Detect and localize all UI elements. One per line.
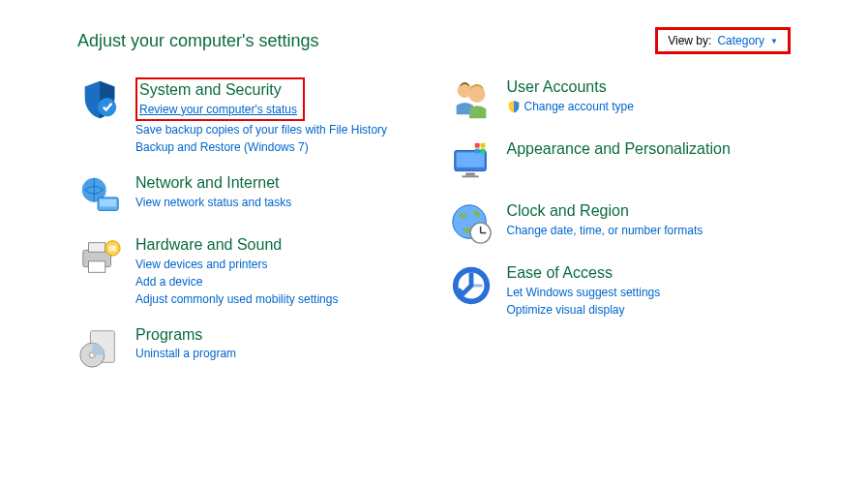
right-column: User Accounts Change account type: [449, 77, 792, 387]
page-title: Adjust your computer's settings: [77, 31, 319, 51]
category-title-hardware-sound[interactable]: Hardware and Sound: [135, 236, 282, 253]
category-ease-of-access: Ease of Access Let Windows suggest setti…: [449, 263, 792, 319]
printer-hardware-icon: [77, 235, 122, 280]
svg-rect-3: [100, 199, 116, 207]
category-clock-region: Clock and Region Change date, time, or n…: [449, 201, 792, 246]
category-title-user-accounts[interactable]: User Accounts: [507, 78, 607, 95]
ease-of-access-icon: [449, 263, 494, 308]
link-windows-suggest[interactable]: Let Windows suggest settings: [507, 284, 792, 301]
category-programs: Programs Uninstall a program: [77, 325, 420, 370]
link-mobility-settings[interactable]: Adjust commonly used mobility settings: [135, 290, 420, 308]
svg-rect-19: [480, 143, 485, 148]
view-by-label: View by:: [668, 34, 711, 47]
category-title-network-internet[interactable]: Network and Internet: [135, 174, 280, 191]
category-appearance-personalization: Appearance and Personalization: [449, 139, 792, 184]
svg-rect-20: [474, 149, 479, 154]
svg-rect-6: [89, 261, 105, 273]
svg-rect-5: [89, 242, 105, 252]
link-optimize-display[interactable]: Optimize visual display: [507, 301, 792, 319]
left-column: System and Security Review your computer…: [77, 77, 420, 387]
svg-rect-21: [480, 149, 485, 154]
globe-network-icon: [77, 173, 122, 218]
link-add-device[interactable]: Add a device: [135, 273, 420, 290]
people-icon: [449, 77, 494, 122]
svg-rect-16: [465, 173, 475, 176]
mini-shield-icon: [507, 100, 521, 113]
view-by-selector[interactable]: View by: Category ▼: [655, 27, 791, 54]
globe-clock-icon: [449, 201, 494, 246]
monitor-palette-icon: [449, 139, 494, 184]
disc-box-icon: [77, 325, 122, 370]
svg-rect-18: [474, 143, 479, 148]
link-review-status[interactable]: Review your computer's status: [139, 101, 297, 118]
category-hardware-sound: Hardware and Sound View devices and prin…: [77, 235, 420, 308]
link-backup-restore[interactable]: Backup and Restore (Windows 7): [135, 138, 420, 156]
shield-icon: [77, 77, 122, 122]
link-change-account-type[interactable]: Change account type: [524, 98, 634, 115]
svg-rect-8: [109, 245, 117, 251]
svg-rect-17: [462, 175, 478, 177]
category-title-programs[interactable]: Programs: [135, 326, 202, 343]
chevron-down-icon: ▼: [770, 37, 778, 46]
highlight-system-security: System and Security Review your computer…: [135, 77, 305, 121]
category-title-system-security[interactable]: System and Security: [139, 81, 282, 98]
category-system-security: System and Security Review your computer…: [77, 77, 420, 156]
category-user-accounts: User Accounts Change account type: [449, 77, 792, 122]
category-title-appearance[interactable]: Appearance and Personalization: [507, 140, 731, 157]
view-by-value: Category: [717, 34, 764, 47]
category-title-clock-region[interactable]: Clock and Region: [507, 202, 629, 219]
category-network-internet: Network and Internet View network status…: [77, 173, 420, 218]
link-devices-printers[interactable]: View devices and printers: [135, 256, 420, 273]
category-title-ease-of-access[interactable]: Ease of Access: [507, 264, 613, 281]
svg-point-23: [470, 223, 491, 243]
link-change-date-formats[interactable]: Change date, time, or number formats: [507, 222, 792, 239]
link-uninstall-program[interactable]: Uninstall a program: [135, 345, 420, 362]
link-file-history[interactable]: Save backup copies of your files with Fi…: [135, 121, 420, 138]
link-network-status[interactable]: View network status and tasks: [135, 194, 420, 211]
svg-rect-15: [456, 152, 484, 167]
